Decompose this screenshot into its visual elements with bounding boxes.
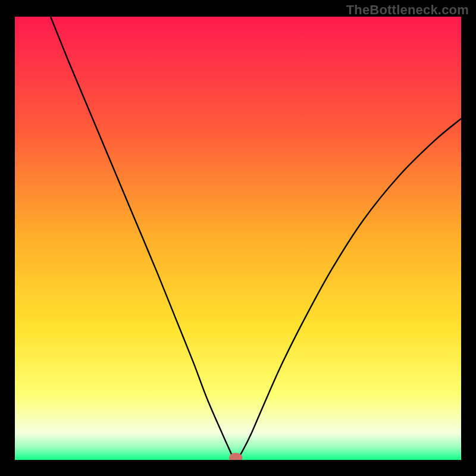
- chart-frame: TheBottleneck.com: [0, 0, 476, 476]
- bottleneck-chart: [15, 17, 461, 460]
- gradient-background: [15, 17, 461, 460]
- plot-area: [15, 17, 461, 460]
- watermark-text: TheBottleneck.com: [346, 2, 469, 18]
